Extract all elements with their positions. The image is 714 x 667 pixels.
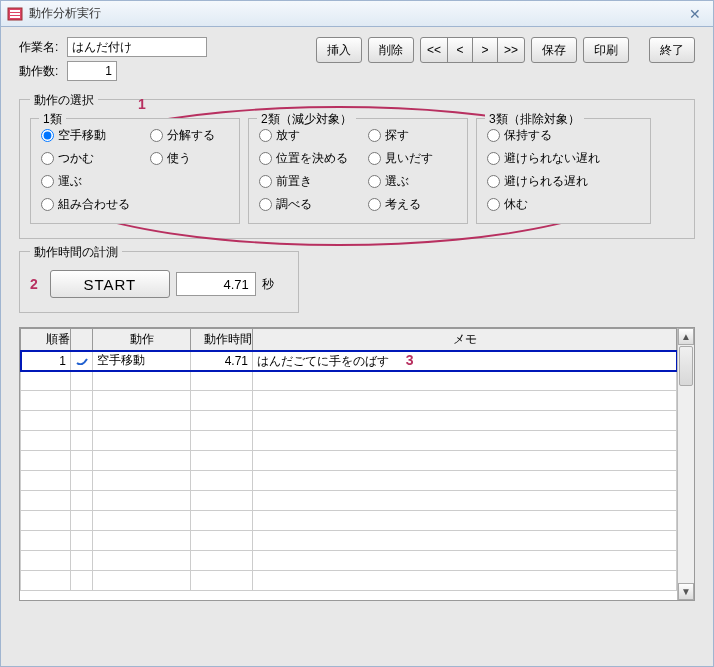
print-button[interactable]: 印刷 — [583, 37, 629, 63]
radio-input[interactable] — [150, 152, 163, 165]
radio-input[interactable] — [259, 198, 272, 211]
radio-input[interactable] — [41, 152, 54, 165]
table-row[interactable] — [21, 431, 677, 451]
scroll-up-button[interactable]: ▲ — [678, 328, 694, 345]
radio-input[interactable] — [150, 129, 163, 142]
radio-input[interactable] — [368, 198, 381, 211]
work-name-input[interactable] — [67, 37, 207, 57]
radio-kuute-idou[interactable]: 空手移動 — [41, 127, 130, 144]
table-row[interactable] — [21, 451, 677, 471]
table-row[interactable] — [21, 511, 677, 531]
time-value: 4.71 — [176, 272, 256, 296]
col-action[interactable]: 動作 — [93, 329, 191, 351]
svg-rect-1 — [10, 10, 20, 12]
col-order[interactable]: 順番 — [21, 329, 71, 351]
annotation-2: 2 — [30, 276, 38, 292]
save-button[interactable]: 保存 — [531, 37, 577, 63]
radio-miidasu[interactable]: 見いだす — [368, 150, 433, 167]
cell-memo[interactable]: はんだごてに手をのばす 3 — [253, 351, 677, 371]
col-memo[interactable]: メモ — [253, 329, 677, 351]
app-window: 動作分析実行 ✕ 作業名: 動作数: 挿入 削除 << < — [0, 0, 714, 667]
count-label: 動作数: — [19, 63, 67, 80]
group1-title: 1類 — [39, 111, 66, 128]
radio-tsukamu[interactable]: つかむ — [41, 150, 130, 167]
radio-bunkai[interactable]: 分解する — [150, 127, 215, 144]
content-area: 作業名: 動作数: 挿入 削除 << < > >> 保存 印刷 — [1, 27, 713, 666]
radio-sakerarenai[interactable]: 避けられない遅れ — [487, 150, 600, 167]
cell-selector[interactable] — [71, 351, 93, 371]
svg-rect-2 — [10, 13, 20, 15]
scroll-thumb[interactable] — [679, 346, 693, 386]
data-grid: 順番 動作 動作時間 メモ 1 空手移動 4.71 — [19, 327, 695, 601]
table-row[interactable] — [21, 371, 677, 391]
radio-ichi[interactable]: 位置を決める — [259, 150, 348, 167]
radio-kumiawaseru[interactable]: 組み合わせる — [41, 196, 130, 213]
group2-title: 2類（減少対象） — [257, 111, 356, 128]
col-selector[interactable] — [71, 329, 93, 351]
annotation-1: 1 — [138, 96, 146, 112]
nav-first-button[interactable]: << — [420, 37, 448, 63]
action-selection-fieldset: 動作の選択 1 1類 空手移動 つかむ 運ぶ 組み合わせる 分 — [19, 99, 695, 239]
nav-prev-button[interactable]: < — [447, 37, 473, 63]
start-button[interactable]: START — [50, 270, 170, 298]
table-row[interactable] — [21, 471, 677, 491]
count-input[interactable] — [67, 61, 117, 81]
table-row[interactable] — [21, 391, 677, 411]
radio-input[interactable] — [259, 129, 272, 142]
app-icon — [7, 6, 23, 22]
header-row: 作業名: 動作数: 挿入 削除 << < > >> 保存 印刷 — [19, 37, 695, 81]
group-type2: 2類（減少対象） 放す 位置を決める 前置き 調べる 探す 見いだす 選ぶ — [248, 118, 468, 224]
group3-title: 3類（排除対象） — [485, 111, 584, 128]
radio-input[interactable] — [368, 152, 381, 165]
radio-sakerareru[interactable]: 避けられる遅れ — [487, 173, 600, 190]
cell-action[interactable]: 空手移動 — [93, 351, 191, 371]
radio-input[interactable] — [41, 198, 54, 211]
radio-hoji[interactable]: 保持する — [487, 127, 600, 144]
radio-input[interactable] — [259, 175, 272, 188]
radio-input[interactable] — [487, 152, 500, 165]
scroll-down-button[interactable]: ▼ — [678, 583, 694, 600]
group-type3: 3類（排除対象） 保持する 避けられない遅れ 避けられる遅れ 休む — [476, 118, 651, 224]
table-row[interactable] — [21, 571, 677, 591]
radio-kangaeru[interactable]: 考える — [368, 196, 433, 213]
radio-input[interactable] — [259, 152, 272, 165]
radio-shiraberu[interactable]: 調べる — [259, 196, 348, 213]
cell-time[interactable]: 4.71 — [191, 351, 253, 371]
table-row[interactable] — [21, 531, 677, 551]
window-title: 動作分析実行 — [29, 5, 101, 22]
nav-last-button[interactable]: >> — [497, 37, 525, 63]
exit-button[interactable]: 終了 — [649, 37, 695, 63]
nav-button-group: << < > >> — [420, 37, 525, 63]
radio-input[interactable] — [368, 175, 381, 188]
insert-button[interactable]: 挿入 — [316, 37, 362, 63]
timing-fieldset: 動作時間の計測 2 START 4.71 秒 — [19, 251, 299, 313]
col-time[interactable]: 動作時間 — [191, 329, 253, 351]
close-button[interactable]: ✕ — [683, 5, 707, 23]
radio-yasumu[interactable]: 休む — [487, 196, 600, 213]
radio-input[interactable] — [41, 175, 54, 188]
nav-next-button[interactable]: > — [472, 37, 498, 63]
radio-tsukau[interactable]: 使う — [150, 150, 215, 167]
radio-erabu[interactable]: 選ぶ — [368, 173, 433, 190]
radio-input[interactable] — [368, 129, 381, 142]
radio-sagasu[interactable]: 探す — [368, 127, 433, 144]
titlebar: 動作分析実行 ✕ — [1, 1, 713, 27]
row-marker-icon — [75, 354, 89, 364]
vertical-scrollbar[interactable]: ▲ ▼ — [677, 328, 694, 600]
work-name-label: 作業名: — [19, 39, 67, 56]
table-row[interactable] — [21, 551, 677, 571]
table-row[interactable] — [21, 411, 677, 431]
radio-maeoki[interactable]: 前置き — [259, 173, 348, 190]
timing-legend: 動作時間の計測 — [30, 244, 122, 261]
radio-input[interactable] — [41, 129, 54, 142]
radio-hanasu[interactable]: 放す — [259, 127, 348, 144]
table-row[interactable]: 1 空手移動 4.71 はんだごてに手をのばす 3 — [21, 351, 677, 371]
cell-order[interactable]: 1 — [21, 351, 71, 371]
radio-input[interactable] — [487, 198, 500, 211]
delete-button[interactable]: 削除 — [368, 37, 414, 63]
radio-hakobu[interactable]: 運ぶ — [41, 173, 130, 190]
group-type1: 1類 空手移動 つかむ 運ぶ 組み合わせる 分解する 使う — [30, 118, 240, 224]
radio-input[interactable] — [487, 175, 500, 188]
table-row[interactable] — [21, 491, 677, 511]
radio-input[interactable] — [487, 129, 500, 142]
